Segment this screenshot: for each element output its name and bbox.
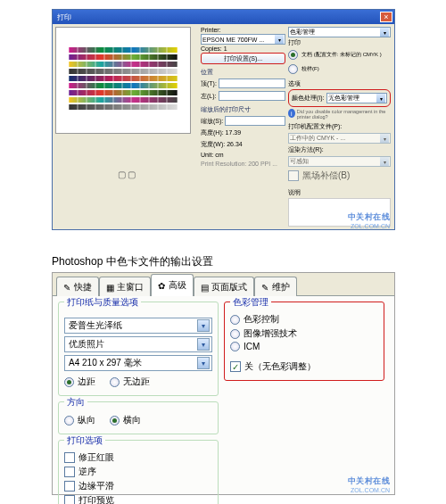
width-label: 宽度(W): 26.34 (201, 140, 243, 149)
landscape-radio[interactable] (110, 416, 120, 426)
proof-radio[interactable] (288, 64, 298, 74)
height-label: 高度(H): 17.39 (201, 128, 241, 137)
options-label: 选项 (288, 79, 391, 88)
no-color-adjust-label: 关（无色彩调整） (244, 360, 316, 373)
chevron-down-icon: ▾ (197, 338, 210, 351)
top-label: 顶(T): (201, 79, 217, 88)
left-input[interactable] (219, 91, 286, 101)
svg-rect-3 (69, 62, 178, 67)
preview-checkbox[interactable] (64, 495, 75, 504)
chevron-down-icon: ▾ (197, 319, 210, 332)
color-control-label: 色彩控制 (244, 313, 279, 326)
proof-radio-label: 校样(F) (301, 65, 319, 73)
portrait-label: 纵向 (78, 414, 95, 426)
quality-select[interactable]: 优质照片▾ (64, 336, 212, 352)
tab-quick[interactable]: ✎快捷 (56, 277, 99, 296)
color-mgmt-title: 色彩管理 (230, 296, 271, 309)
chevron-down-icon: ▾ (380, 28, 389, 37)
reverse-checkbox[interactable] (64, 467, 75, 477)
orient-group-title: 方向 (64, 396, 87, 409)
desc-label: 说明 (288, 188, 391, 197)
paper-type-select[interactable]: 爱普生光泽纸▾ (64, 318, 212, 334)
match-print-colors-label: ▢ ▢ (118, 169, 136, 179)
reverse-label: 逆序 (78, 466, 96, 478)
document-radio-label: 文档 (配置文件: 未标记的 CMYK ) (301, 51, 382, 59)
document-radio[interactable] (288, 50, 298, 60)
print-opts-title: 打印选项 (64, 434, 105, 447)
ps-titlebar[interactable]: 打印 × (53, 10, 394, 24)
printer-select[interactable]: EPSON ME 700FW ...▾ (201, 34, 285, 45)
color-patch-chart-icon (65, 37, 181, 124)
tab-bar: ✎快捷 ▦主窗口 ✿高级 ▤页面版式 ✎维护 (53, 273, 394, 296)
svg-rect-2 (69, 54, 178, 60)
icm-radio[interactable] (230, 342, 240, 351)
chevron-down-icon: ▾ (376, 94, 385, 103)
tab-maintenance[interactable]: ✎维护 (254, 277, 297, 296)
color-management-group: 色彩管理 色彩控制 图像增强技术 ICM 关（无色彩调整） (224, 302, 384, 381)
printer-label: Printer: (201, 27, 285, 33)
scale-label: 缩放(S): (201, 117, 223, 126)
orientation-group: 方向 纵向 横向 (58, 401, 219, 434)
ps-window-title: 打印 (54, 12, 71, 22)
copies-label: Copies: 1 (201, 45, 285, 52)
printer-profile-label: 打印机配置文件(P): (288, 122, 342, 131)
printer-profile-select: 工作中的 CMYK - ...▾ (288, 133, 391, 144)
smooth-checkbox[interactable] (64, 481, 75, 492)
page-icon: ▤ (201, 283, 210, 292)
portrait-radio[interactable] (64, 416, 74, 426)
wand-icon: ✎ (63, 283, 72, 292)
svg-rect-5 (69, 76, 178, 81)
gear-icon: ✿ (158, 281, 167, 290)
svg-rect-7 (69, 90, 178, 95)
no-color-adjust-checkbox[interactable] (230, 361, 241, 372)
svg-rect-6 (69, 83, 178, 88)
top-input[interactable] (219, 78, 285, 88)
tab-advanced[interactable]: ✿高级 (151, 274, 194, 296)
color-handling-label: 颜色处理(I): (292, 94, 325, 103)
close-icon[interactable]: × (380, 12, 392, 22)
rendering-select: 可感知▾ (288, 156, 391, 167)
caption: Photoshop 中色卡文件的输出设置 (52, 254, 213, 269)
photoshop-print-dialog: 打印 × (52, 9, 395, 230)
border-off-radio[interactable] (110, 377, 120, 387)
scale-group-title: 缩放后的打印尺寸 (201, 105, 285, 114)
watermark-2: 中关村在线 ZOL.COM.CN (348, 475, 391, 493)
window-icon: ▦ (106, 283, 115, 292)
svg-rect-1 (69, 47, 178, 53)
epson-driver-dialog: ✎快捷 ▦主窗口 ✿高级 ▤页面版式 ✎维护 打印纸与质量选项 爱普生光泽纸▾ … (52, 272, 395, 495)
chevron-down-icon: ▾ (275, 35, 284, 44)
paper-size-select[interactable]: A4 210 x 297 毫米▾ (64, 355, 212, 371)
image-enhance-label: 图像增强技术 (244, 327, 297, 340)
info-text: Did you disable color management in the … (297, 109, 391, 120)
border-off-label: 无边距 (123, 376, 150, 388)
tab-main[interactable]: ▦主窗口 (99, 277, 151, 296)
color-control-radio[interactable] (230, 315, 240, 325)
redeye-label: 修正红眼 (78, 451, 114, 464)
print-options-group: 打印选项 修正红眼 逆序 边缘平滑 打印预览 (58, 440, 219, 504)
paper-quality-group: 打印纸与质量选项 爱普生光泽纸▾ 优质照片▾ A4 210 x 297 毫米▾ … (58, 302, 219, 396)
black-point-label: 黑场补偿(B) (302, 169, 350, 182)
redeye-checkbox[interactable] (64, 452, 75, 463)
svg-rect-8 (69, 97, 178, 103)
print-settings-button[interactable]: 打印设置(S)... (201, 53, 285, 64)
paper-group-title: 打印纸与质量选项 (64, 296, 141, 309)
image-enhance-radio[interactable] (230, 329, 240, 339)
right-section-select[interactable]: 色彩管理▾ (288, 27, 391, 37)
info-icon: i (288, 109, 295, 118)
landscape-label: 横向 (123, 414, 141, 426)
border-on-label: 边距 (78, 376, 95, 388)
rendering-label: 渲染方法(R): (288, 145, 324, 154)
smooth-label: 边缘平滑 (78, 480, 114, 492)
color-handling-select[interactable]: 无色彩管理▾ (326, 93, 387, 103)
tab-layout[interactable]: ▤页面版式 (194, 277, 254, 296)
watermark-1: 中关村在线 ZOL.COM.CN (348, 211, 391, 229)
icm-label: ICM (244, 342, 260, 351)
resolution-label: Print Resolution: 200 PPI ... (201, 161, 277, 167)
scale-input[interactable] (225, 116, 285, 126)
print-section-label: 打印 (288, 38, 391, 47)
unit-label: Unit: cm (201, 152, 224, 158)
position-group-title: 位置 (201, 68, 285, 77)
svg-rect-4 (69, 69, 178, 74)
svg-rect-9 (69, 104, 178, 110)
border-on-radio[interactable] (64, 377, 74, 387)
